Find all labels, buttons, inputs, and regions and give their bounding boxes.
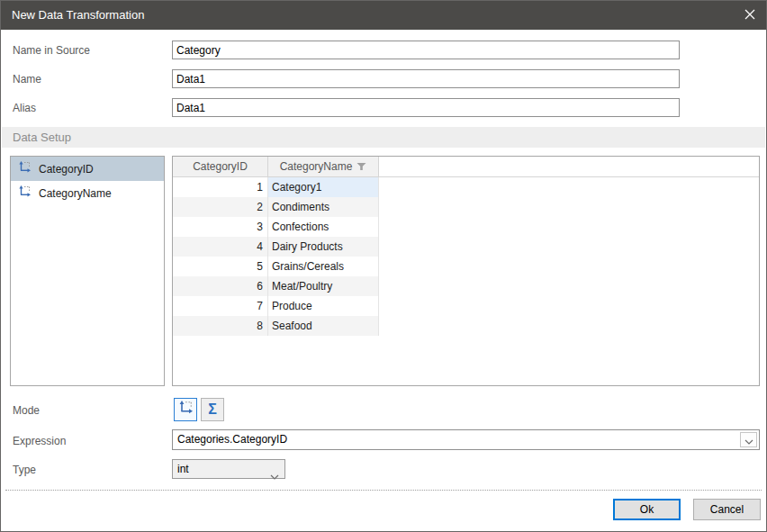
data-setup-section-title: Data Setup <box>13 127 71 148</box>
cell-categoryid[interactable]: 8 <box>173 316 268 336</box>
cell-categoryname[interactable]: Confections <box>268 217 379 237</box>
cell-categoryname[interactable]: Condiments <box>268 197 379 217</box>
table-row: 3 Confections <box>173 217 759 237</box>
cell-categoryid[interactable]: 3 <box>173 217 268 237</box>
table-row: 1 Category1 <box>173 177 759 197</box>
cell-categoryname[interactable]: Grains/Cereals <box>268 257 379 276</box>
cell-categoryid[interactable]: 6 <box>173 276 268 296</box>
type-dropdown[interactable]: int <box>172 459 285 479</box>
name-in-source-label: Name in Source <box>13 44 90 57</box>
mode-dimension-button[interactable] <box>174 398 197 421</box>
filter-icon[interactable] <box>356 162 366 171</box>
close-button[interactable] <box>742 7 758 23</box>
table-row: 2 Condiments <box>173 197 759 217</box>
cell-categoryid[interactable]: 7 <box>173 296 268 316</box>
close-icon <box>744 7 755 23</box>
expression-combo[interactable]: Categories.CategoryID <box>172 429 760 450</box>
name-input[interactable] <box>172 69 680 88</box>
table-row: 6 Meat/Poultry <box>173 276 759 296</box>
cell-categoryid[interactable]: 4 <box>173 237 268 257</box>
cancel-button[interactable]: Cancel <box>693 499 761 520</box>
cell-categoryname-selected[interactable]: Category1 <box>268 177 379 197</box>
mode-summary-button[interactable]: Σ <box>201 398 224 421</box>
field-list-item-categoryname[interactable]: CategoryName <box>11 181 164 205</box>
dimension-axis-icon <box>178 401 193 419</box>
alias-label: Alias <box>13 102 36 114</box>
table-row: 8 Seafood <box>173 316 759 336</box>
preview-grid: CategoryID CategoryName 1 Category1 2 Co… <box>172 156 760 386</box>
table-row: 7 Produce <box>173 296 759 316</box>
expression-dropdown-button[interactable] <box>740 432 757 447</box>
footer-separator <box>5 490 762 491</box>
cell-categoryid[interactable]: 5 <box>173 257 268 276</box>
sigma-icon: Σ <box>208 402 217 417</box>
field-list-item-label: CategoryName <box>39 187 112 200</box>
grid-header-categoryname[interactable]: CategoryName <box>268 157 379 176</box>
dimension-axis-icon <box>18 185 31 202</box>
table-row: 5 Grains/Cereals <box>173 257 759 276</box>
grid-header-categoryid[interactable]: CategoryID <box>173 157 268 176</box>
grid-header-row: CategoryID CategoryName <box>173 157 759 177</box>
expression-value: Categories.CategoryID <box>177 430 287 449</box>
dimension-axis-icon <box>18 161 31 177</box>
field-list-panel: CategoryID CategoryName <box>10 156 165 386</box>
dialog-title: New Data Transformation <box>12 1 144 30</box>
expression-label: Expression <box>13 435 66 447</box>
cell-categoryname[interactable]: Meat/Poultry <box>268 276 379 296</box>
alias-input[interactable] <box>172 98 680 117</box>
name-in-source-input[interactable] <box>172 41 680 59</box>
mode-label: Mode <box>13 404 40 417</box>
data-setup-section: Data Setup <box>2 127 765 148</box>
type-label: Type <box>13 464 36 476</box>
cell-categoryname[interactable]: Seafood <box>268 316 379 336</box>
type-value: int <box>177 460 189 478</box>
chevron-down-icon <box>270 467 279 483</box>
new-data-transformation-dialog: New Data Transformation Name in Source N… <box>0 0 767 532</box>
name-label: Name <box>13 73 41 86</box>
cell-categoryid[interactable]: 2 <box>173 197 268 217</box>
field-list-item-categoryid[interactable]: CategoryID <box>11 157 164 181</box>
titlebar: New Data Transformation <box>1 1 766 30</box>
chevron-down-icon <box>744 432 753 448</box>
cell-categoryname[interactable]: Produce <box>268 296 379 316</box>
cell-categoryid[interactable]: 1 <box>173 177 268 197</box>
field-list-item-label: CategoryID <box>39 163 94 176</box>
cell-categoryname[interactable]: Dairy Products <box>268 237 379 257</box>
ok-button[interactable]: Ok <box>613 499 681 520</box>
table-row: 4 Dairy Products <box>173 237 759 257</box>
